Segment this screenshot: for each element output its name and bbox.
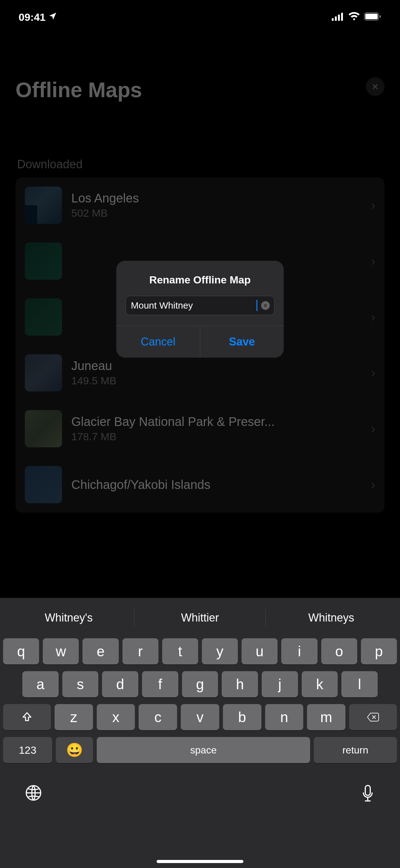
key-space[interactable]: space bbox=[97, 737, 310, 763]
dictation-button[interactable] bbox=[360, 784, 375, 805]
key-x[interactable]: x bbox=[97, 704, 135, 730]
keyboard-row-1: q w e r t y u i o p bbox=[3, 638, 397, 664]
globe-icon bbox=[25, 784, 42, 802]
map-thumbnail bbox=[25, 410, 62, 447]
cancel-button[interactable]: Cancel bbox=[116, 326, 200, 358]
key-numbers[interactable]: 123 bbox=[3, 737, 52, 763]
map-row[interactable]: Chichagof/Yakobi Islands › bbox=[15, 457, 385, 513]
key-delete[interactable] bbox=[349, 704, 397, 730]
clear-text-button[interactable] bbox=[261, 301, 270, 310]
map-title: Chichagof/Yakobi Islands bbox=[71, 478, 362, 492]
svg-rect-6 bbox=[379, 15, 381, 18]
chevron-right-icon: › bbox=[371, 198, 375, 212]
keyboard-row-3: z x c v b n m bbox=[3, 704, 397, 730]
key-d[interactable]: d bbox=[102, 671, 138, 697]
delete-icon bbox=[366, 712, 380, 722]
status-time: 09:41 bbox=[19, 11, 45, 23]
wifi-icon bbox=[348, 11, 360, 23]
key-f[interactable]: f bbox=[142, 671, 178, 697]
key-e[interactable]: e bbox=[82, 638, 119, 664]
rename-input[interactable] bbox=[131, 300, 257, 311]
svg-rect-8 bbox=[365, 785, 370, 795]
mic-icon bbox=[360, 784, 375, 804]
save-button[interactable]: Save bbox=[200, 326, 284, 358]
map-thumbnail bbox=[25, 354, 62, 392]
rename-input-wrap[interactable] bbox=[126, 296, 274, 315]
key-z[interactable]: z bbox=[55, 704, 93, 730]
shift-icon bbox=[21, 711, 33, 723]
key-p[interactable]: p bbox=[361, 638, 397, 664]
key-return[interactable]: return bbox=[314, 737, 397, 763]
key-l[interactable]: l bbox=[341, 671, 378, 697]
map-title: Glacier Bay National Park & Preser... bbox=[71, 415, 362, 429]
map-title: Los Angeles bbox=[71, 191, 362, 205]
chevron-right-icon: › bbox=[371, 310, 375, 324]
key-t[interactable]: t bbox=[162, 638, 198, 664]
chevron-right-icon: › bbox=[371, 254, 375, 268]
key-q[interactable]: q bbox=[3, 638, 39, 664]
key-k[interactable]: k bbox=[302, 671, 338, 697]
battery-icon bbox=[364, 11, 381, 23]
key-s[interactable]: s bbox=[62, 671, 99, 697]
key-v[interactable]: v bbox=[181, 704, 219, 730]
suggestion[interactable]: Whitneys bbox=[266, 603, 397, 633]
suggestion[interactable]: Whitney's bbox=[3, 603, 134, 633]
keyboard-row-4: 123 😀 space return bbox=[3, 737, 397, 763]
key-n[interactable]: n bbox=[265, 704, 304, 730]
key-c[interactable]: c bbox=[139, 704, 177, 730]
page-title: Offline Maps bbox=[15, 78, 142, 102]
svg-rect-1 bbox=[335, 17, 337, 21]
text-caret bbox=[257, 300, 257, 311]
map-size: 178.7 MB bbox=[71, 431, 362, 443]
keyboard-row-2: a s d f g h j k l bbox=[3, 671, 397, 697]
key-r[interactable]: r bbox=[123, 638, 159, 664]
suggestion[interactable]: Whittier bbox=[134, 603, 265, 633]
close-icon bbox=[371, 83, 379, 91]
key-b[interactable]: b bbox=[223, 704, 261, 730]
chevron-right-icon: › bbox=[371, 478, 375, 492]
key-g[interactable]: g bbox=[182, 671, 218, 697]
key-i[interactable]: i bbox=[281, 638, 317, 664]
chevron-right-icon: › bbox=[371, 366, 375, 380]
key-w[interactable]: w bbox=[43, 638, 79, 664]
home-indicator[interactable] bbox=[157, 860, 243, 863]
map-title: Juneau bbox=[71, 359, 362, 373]
status-bar: 09:41 bbox=[0, 0, 400, 34]
map-thumbnail bbox=[25, 466, 62, 503]
location-arrow-icon bbox=[48, 11, 57, 23]
key-h[interactable]: h bbox=[222, 671, 258, 697]
map-thumbnail bbox=[25, 187, 62, 224]
key-j[interactable]: j bbox=[262, 671, 298, 697]
map-row[interactable]: Glacier Bay National Park & Preser... 17… bbox=[15, 401, 385, 457]
svg-rect-3 bbox=[341, 13, 343, 21]
close-button[interactable] bbox=[366, 77, 385, 96]
map-size: 149.5 MB bbox=[71, 375, 362, 387]
map-thumbnail bbox=[25, 243, 62, 280]
chevron-right-icon: › bbox=[371, 422, 375, 436]
key-y[interactable]: y bbox=[202, 638, 238, 664]
svg-rect-0 bbox=[332, 18, 334, 21]
svg-rect-2 bbox=[338, 14, 340, 21]
clear-icon bbox=[263, 303, 268, 308]
key-emoji[interactable]: 😀 bbox=[56, 737, 93, 763]
rename-alert: Rename Offline Map Cancel Save bbox=[116, 261, 284, 358]
map-size: 502 MB bbox=[71, 207, 362, 219]
map-thumbnail bbox=[25, 298, 62, 336]
key-u[interactable]: u bbox=[241, 638, 277, 664]
key-a[interactable]: a bbox=[22, 671, 59, 697]
key-o[interactable]: o bbox=[321, 638, 357, 664]
keyboard-suggestions: Whitney's Whittier Whitneys bbox=[3, 603, 397, 633]
svg-rect-5 bbox=[365, 14, 378, 19]
globe-button[interactable] bbox=[25, 784, 42, 805]
key-shift[interactable] bbox=[3, 704, 51, 730]
alert-title: Rename Offline Map bbox=[116, 261, 284, 296]
key-m[interactable]: m bbox=[307, 704, 345, 730]
emoji-icon: 😀 bbox=[66, 742, 83, 758]
keyboard: Whitney's Whittier Whitneys q w e r t y … bbox=[0, 598, 400, 868]
section-header-downloaded: Downloaded bbox=[0, 102, 400, 177]
map-row[interactable]: Los Angeles 502 MB › bbox=[15, 177, 385, 233]
cellular-signal-icon bbox=[332, 11, 344, 23]
